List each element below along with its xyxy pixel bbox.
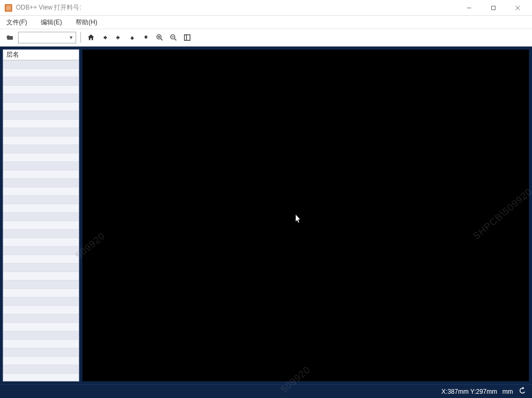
home-icon[interactable]	[85, 32, 97, 43]
window-title: ODB++ View 打开料号:	[16, 3, 81, 12]
svg-line-11	[161, 39, 162, 40]
layer-row[interactable]	[3, 69, 79, 77]
layer-row[interactable]	[3, 128, 79, 137]
app-icon	[4, 4, 13, 12]
arrow-left-icon[interactable]	[99, 32, 111, 43]
layer-row[interactable]	[3, 357, 79, 365]
layer-row[interactable]	[3, 281, 79, 289]
layer-row[interactable]	[3, 170, 79, 179]
layers-panel: 层名	[3, 49, 79, 382]
close-button[interactable]	[506, 0, 530, 16]
layer-row[interactable]	[3, 255, 79, 264]
chevron-down-icon: ▼	[69, 35, 74, 40]
svg-line-15	[175, 39, 176, 40]
menu-file[interactable]: 文件(F)	[4, 17, 29, 28]
cursor-icon	[294, 214, 302, 226]
viewport[interactable]: 509920 SHPCB\509920 509920	[82, 49, 529, 382]
statusbar: X:387mm Y:297mm mm	[0, 384, 532, 398]
layers-list[interactable]	[3, 60, 79, 381]
layer-row[interactable]	[3, 94, 79, 103]
arrow-down-icon[interactable]	[140, 32, 152, 43]
svg-rect-3	[492, 6, 496, 10]
layer-row[interactable]	[3, 272, 79, 281]
svg-rect-17	[185, 35, 190, 41]
content-area: 层名 509920 SHPCB\509920 509920	[0, 47, 532, 384]
status-coords: X:387mm Y:297mm	[442, 388, 497, 395]
zoom-out-icon[interactable]	[168, 32, 179, 43]
menu-help[interactable]: 帮助(H)	[74, 17, 99, 28]
layer-row[interactable]	[3, 289, 79, 297]
layer-row[interactable]	[3, 153, 79, 162]
layer-row[interactable]	[3, 306, 79, 314]
layer-row[interactable]	[3, 204, 79, 213]
layer-row[interactable]	[3, 196, 79, 204]
layer-row[interactable]	[3, 348, 79, 357]
separator	[80, 32, 81, 43]
layer-row[interactable]	[3, 314, 79, 323]
layer-row[interactable]	[3, 162, 79, 170]
layer-row[interactable]	[3, 264, 79, 272]
watermark: SHPCB\509920	[471, 186, 532, 242]
layer-row[interactable]	[3, 340, 79, 348]
layer-row[interactable]	[3, 374, 79, 381]
list-panel-icon[interactable]	[181, 32, 193, 43]
path-combo[interactable]: ▼	[18, 32, 76, 43]
layer-row[interactable]	[3, 103, 79, 111]
toolbar: ▼	[0, 29, 532, 47]
layer-row[interactable]	[3, 247, 79, 255]
layer-row[interactable]	[3, 111, 79, 120]
zoom-in-icon[interactable]	[154, 32, 166, 43]
minimize-button[interactable]	[457, 0, 481, 16]
layer-row[interactable]	[3, 297, 79, 306]
titlebar: ODB++ View 打开料号:	[0, 0, 532, 16]
maximize-button[interactable]	[481, 0, 506, 16]
arrow-right-icon[interactable]	[113, 32, 124, 43]
menubar: 文件(F) 编辑(E) 帮助(H)	[0, 16, 532, 29]
menu-edit[interactable]: 编辑(E)	[39, 17, 64, 28]
layers-header: 层名	[3, 50, 79, 60]
svg-rect-7	[116, 37, 120, 39]
svg-rect-8	[132, 37, 133, 40]
layer-row[interactable]	[3, 331, 79, 340]
layer-row[interactable]	[3, 120, 79, 128]
layer-row[interactable]	[3, 187, 79, 196]
layer-row[interactable]	[3, 179, 79, 187]
layer-row[interactable]	[3, 323, 79, 331]
arrow-up-icon[interactable]	[126, 32, 138, 43]
refresh-icon[interactable]	[518, 386, 527, 396]
layer-row[interactable]	[3, 77, 79, 86]
layer-row[interactable]	[3, 221, 79, 230]
layer-row[interactable]	[3, 238, 79, 247]
layer-row[interactable]	[3, 365, 79, 374]
layer-row[interactable]	[3, 213, 79, 221]
layer-row[interactable]	[3, 60, 79, 69]
layer-row[interactable]	[3, 230, 79, 238]
layer-row[interactable]	[3, 145, 79, 153]
svg-rect-1	[6, 5, 11, 11]
svg-rect-6	[104, 37, 107, 39]
status-unit[interactable]: mm	[502, 388, 513, 395]
svg-rect-9	[145, 35, 147, 39]
layer-row[interactable]	[3, 86, 79, 94]
folder-open-icon[interactable]	[4, 32, 16, 43]
layer-row[interactable]	[3, 137, 79, 145]
